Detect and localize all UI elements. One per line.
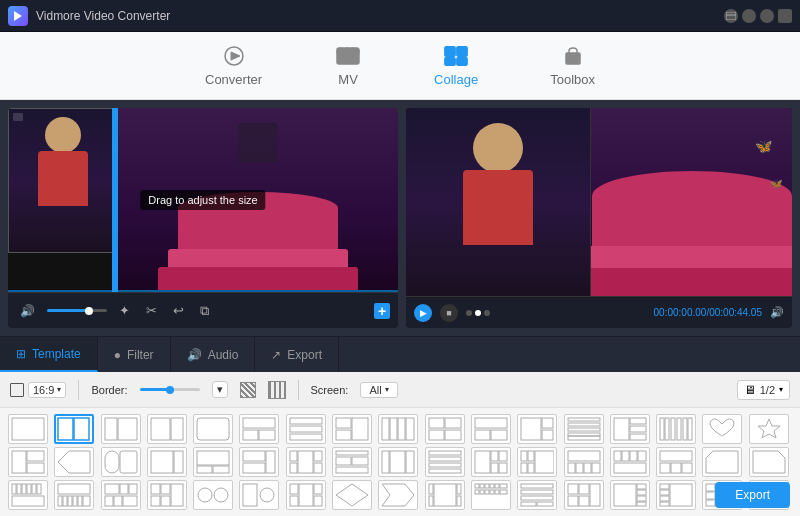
undo-btn[interactable]: ↩ (169, 301, 188, 320)
template-cell-1-16[interactable] (749, 447, 789, 477)
border-slider[interactable] (140, 388, 200, 391)
template-cell-0-13[interactable] (610, 414, 650, 444)
scissors-btn[interactable]: ✂ (142, 301, 161, 320)
tab-filter[interactable]: ● Filter (98, 337, 171, 372)
tab-export[interactable]: ↗ Export (255, 337, 339, 372)
stop-btn[interactable]: ■ (440, 304, 458, 322)
template-cell-1-12[interactable] (564, 447, 604, 477)
svg-rect-86 (382, 451, 389, 473)
nav-mv[interactable]: MV (318, 36, 378, 95)
template-cell-0-1[interactable] (54, 414, 94, 444)
video-cell-person[interactable] (8, 108, 118, 253)
template-cell-1-2[interactable] (101, 447, 141, 477)
template-cell-0-15[interactable] (702, 414, 742, 444)
template-cell-1-5[interactable] (239, 447, 279, 477)
template-cell-2-11[interactable] (517, 480, 557, 510)
copy-btn[interactable]: ⧉ (196, 301, 213, 321)
play-btn[interactable]: ▶ (414, 304, 432, 322)
template-cell-2-10[interactable] (471, 480, 511, 510)
svg-marker-154 (382, 484, 414, 506)
template-cell-0-3[interactable] (147, 414, 187, 444)
svg-rect-53 (630, 418, 646, 424)
template-cell-2-6[interactable] (286, 480, 326, 510)
template-cell-1-11[interactable] (517, 447, 557, 477)
screen-dropdown[interactable]: All ▾ (360, 382, 397, 398)
nav-converter[interactable]: Converter (189, 36, 278, 95)
template-cell-1-1[interactable] (54, 447, 94, 477)
ratio-dropdown[interactable]: 16:9 ▾ (28, 382, 66, 398)
template-cell-0-16[interactable] (749, 414, 789, 444)
svg-rect-92 (429, 469, 461, 473)
nav-toolbox[interactable]: Toolbox (534, 36, 611, 95)
template-cell-2-12[interactable] (564, 480, 604, 510)
maximize-btn[interactable]: □ (760, 9, 774, 23)
template-cell-2-4[interactable] (193, 480, 233, 510)
template-cell-1-15[interactable] (702, 447, 742, 477)
template-cell-2-1[interactable] (54, 480, 94, 510)
add-btn[interactable]: + (374, 303, 390, 319)
export-icon: ↗ (271, 348, 281, 362)
svg-rect-11 (457, 47, 467, 56)
template-cell-0-6[interactable] (286, 414, 326, 444)
preview-volume-icon[interactable]: 🔊 (770, 306, 784, 319)
template-cell-0-14[interactable] (656, 414, 696, 444)
stripe-icon[interactable] (268, 381, 286, 399)
template-cell-0-4[interactable] (193, 414, 233, 444)
svg-rect-7 (340, 48, 342, 51)
template-cell-1-10[interactable] (471, 447, 511, 477)
tab-audio[interactable]: 🔊 Audio (171, 337, 256, 372)
svg-rect-83 (336, 457, 351, 465)
template-cell-2-5[interactable] (239, 480, 279, 510)
page-chevron: ▾ (779, 385, 783, 394)
template-cell-1-0[interactable] (8, 447, 48, 477)
resize-handle[interactable] (112, 108, 118, 292)
template-cell-0-12[interactable] (564, 414, 604, 444)
template-cell-2-8[interactable] (378, 480, 418, 510)
border-type-dropdown[interactable]: ▾ (212, 381, 228, 398)
template-cell-2-2[interactable] (101, 480, 141, 510)
template-cell-1-14[interactable] (656, 447, 696, 477)
nav-collage[interactable]: Collage (418, 36, 494, 95)
message-btn[interactable] (724, 9, 738, 23)
svg-marker-4 (231, 52, 240, 60)
template-cell-1-8[interactable] (378, 447, 418, 477)
tab-template[interactable]: ⊞ Template (0, 337, 98, 372)
template-cell-0-8[interactable] (378, 414, 418, 444)
template-cell-1-3[interactable] (147, 447, 187, 477)
svg-rect-49 (568, 428, 600, 431)
volume-slider[interactable] (47, 309, 107, 312)
template-cell-1-9[interactable] (425, 447, 465, 477)
drag-tooltip: Drag to adjust the size (140, 190, 265, 210)
export-button[interactable]: Export (715, 482, 790, 508)
template-cell-2-0[interactable] (8, 480, 48, 510)
template-cell-1-6[interactable] (286, 447, 326, 477)
svg-rect-38 (445, 418, 461, 428)
template-cell-1-7[interactable] (332, 447, 372, 477)
svg-rect-1 (726, 12, 736, 20)
minimize-btn[interactable]: — (742, 9, 756, 23)
svg-rect-188 (660, 490, 669, 495)
template-cell-0-9[interactable] (425, 414, 465, 444)
star-btn[interactable]: ✦ (115, 301, 134, 320)
svg-rect-149 (299, 484, 313, 506)
title-bar: Vidmore Video Converter — □ ✕ (0, 0, 800, 32)
template-cell-0-7[interactable] (332, 414, 372, 444)
template-cell-2-14[interactable] (656, 480, 696, 510)
close-btn[interactable]: ✕ (778, 9, 792, 23)
svg-marker-21 (151, 418, 170, 440)
template-cell-2-9[interactable] (425, 480, 465, 510)
template-cell-0-10[interactable] (471, 414, 511, 444)
svg-rect-65 (27, 463, 44, 473)
template-cell-0-2[interactable] (101, 414, 141, 444)
ratio-value: 16:9 (33, 384, 54, 396)
template-cell-2-3[interactable] (147, 480, 187, 510)
template-cell-0-5[interactable] (239, 414, 279, 444)
template-cell-2-13[interactable] (610, 480, 650, 510)
template-cell-0-0[interactable] (8, 414, 48, 444)
template-cell-2-7[interactable] (332, 480, 372, 510)
template-cell-0-11[interactable] (517, 414, 557, 444)
volume-btn[interactable]: 🔊 (16, 302, 39, 320)
template-cell-1-4[interactable] (193, 447, 233, 477)
template-cell-1-13[interactable] (610, 447, 650, 477)
pattern-icon[interactable] (240, 382, 256, 398)
